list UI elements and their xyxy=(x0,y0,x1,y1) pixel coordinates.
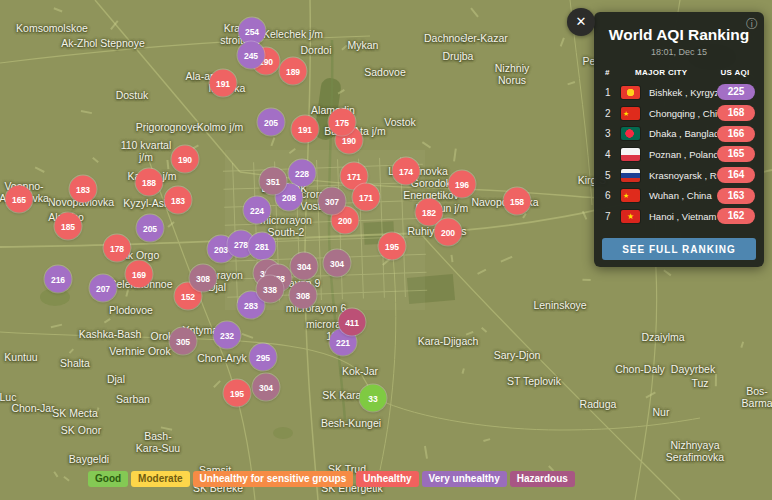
map-place-label: SK Onor xyxy=(61,424,101,436)
aqi-marker[interactable]: 195 xyxy=(379,233,406,260)
map-place-label: Besh-Kungei xyxy=(321,417,381,429)
map-place-label: Chon-Jar xyxy=(11,402,54,414)
map-place-label: Sadovoe xyxy=(364,66,405,78)
map-place-label: SK Mecta xyxy=(52,407,98,419)
panel-timestamp: 18:01, Dec 15 xyxy=(594,47,764,57)
map-place-label: Verhnie Orok xyxy=(109,345,170,357)
flag-icon-kg xyxy=(621,86,640,99)
aqi-legend: GoodModerateUnhealthy for sensitive grou… xyxy=(88,471,575,487)
city-name: Dhaka , Bangladesh xyxy=(640,128,717,139)
see-full-ranking-button[interactable]: SEE FULL RANKING xyxy=(602,238,756,260)
aqi-marker[interactable]: 191 xyxy=(292,116,319,143)
aqi-marker[interactable]: 295 xyxy=(250,344,277,371)
map-place-label: Kashka-Bash xyxy=(79,328,141,340)
flag-icon-vn xyxy=(621,210,640,223)
legend-item: Unhealthy xyxy=(356,471,418,487)
aqi-marker[interactable]: 183 xyxy=(70,176,97,203)
map-place-label: Chon-Aryk xyxy=(197,352,247,364)
map-place-label: Nizhnyaya Serafimovka xyxy=(666,439,724,463)
aqi-marker[interactable]: 169 xyxy=(126,261,153,288)
aqi-marker[interactable]: 307 xyxy=(319,188,346,215)
aqi-marker[interactable]: 245 xyxy=(238,42,265,69)
ranking-row[interactable]: 7Hanoi , Vietnam162 xyxy=(605,206,755,227)
aqi-marker[interactable]: 281 xyxy=(249,233,276,260)
map-place-label: Raduga xyxy=(580,398,617,410)
city-name: Wuhan , China xyxy=(640,190,717,201)
flag-icon-ru xyxy=(621,169,640,182)
aqi-marker[interactable]: 351 xyxy=(260,168,287,195)
ranking-row[interactable]: 1Bishkek , Kyrgyzstan225 xyxy=(605,82,755,103)
aqi-marker[interactable]: 308 xyxy=(190,265,217,292)
ranking-rows: 1Bishkek , Kyrgyzstan2252Chongqing , Chi… xyxy=(605,82,755,227)
aqi-marker[interactable]: 254 xyxy=(239,18,266,45)
map-place-label: ST Teplovik xyxy=(507,375,561,387)
aqi-marker[interactable]: 200 xyxy=(435,219,462,246)
aqi-marker[interactable]: 188 xyxy=(136,169,163,196)
ranking-row[interactable]: 3Dhaka , Bangladesh166 xyxy=(605,123,755,144)
column-major-city: MAJOR CITY xyxy=(621,68,715,77)
aqi-marker[interactable]: 304 xyxy=(291,253,318,280)
column-us-aqi: US AQI xyxy=(715,68,755,77)
aqi-marker[interactable]: 228 xyxy=(289,160,316,187)
map-place-label: Dostuk xyxy=(116,89,149,101)
aqi-marker[interactable]: 175 xyxy=(329,109,356,136)
city-name: Bishkek , Kyrgyzstan xyxy=(640,87,717,98)
aqi-badge: 162 xyxy=(717,208,755,224)
map-place-label: Bos-Barma xyxy=(742,385,772,409)
rank-number: 3 xyxy=(605,128,621,139)
aqi-marker[interactable]: 171 xyxy=(353,184,380,211)
aqi-marker[interactable]: 189 xyxy=(280,58,307,85)
close-button[interactable]: ✕ xyxy=(567,8,595,36)
aqi-marker[interactable]: 205 xyxy=(258,109,285,136)
map-place-label: Jer-Kazar xyxy=(462,32,508,44)
aqi-marker[interactable]: 304 xyxy=(253,374,280,401)
rank-number: 5 xyxy=(605,170,621,181)
column-rank: # xyxy=(605,68,621,77)
aqi-marker[interactable]: 191 xyxy=(210,70,237,97)
city-name: Hanoi , Vietnam xyxy=(640,211,717,222)
aqi-marker[interactable]: 207 xyxy=(90,275,117,302)
aqi-marker[interactable]: 190 xyxy=(172,146,199,173)
aqi-marker[interactable]: 33 xyxy=(360,385,387,412)
aqi-marker[interactable]: 183 xyxy=(165,187,192,214)
rank-number: 6 xyxy=(605,190,621,201)
map-place-label: Dzaiylma xyxy=(641,331,684,343)
city-name: Poznan , Poland xyxy=(640,149,717,160)
aqi-marker[interactable]: 196 xyxy=(449,171,476,198)
map-place-label: Shalta xyxy=(60,357,90,369)
aqi-marker[interactable]: 411 xyxy=(339,309,366,336)
aqi-marker[interactable]: 224 xyxy=(244,197,271,224)
ranking-row[interactable]: 5Krasnoyarsk , Russia164 xyxy=(605,165,755,186)
aqi-marker[interactable]: 216 xyxy=(45,266,72,293)
map-place-label: Vostok xyxy=(384,116,416,128)
ranking-row[interactable]: 2Chongqing , China168 xyxy=(605,103,755,124)
aqi-marker[interactable]: 185 xyxy=(55,213,82,240)
aqi-marker[interactable]: 232 xyxy=(214,322,241,349)
map-place-label: Leninskoye xyxy=(533,299,586,311)
legend-item: Moderate xyxy=(131,471,189,487)
app-window: KomsomolskoeAk-Zhol StepnoyeDostukPrigor… xyxy=(0,0,772,500)
ranking-row[interactable]: 6Wuhan , China163 xyxy=(605,185,755,206)
aqi-marker[interactable]: 304 xyxy=(324,250,351,277)
aqi-marker[interactable]: 178 xyxy=(104,235,131,262)
aqi-marker[interactable]: 338 xyxy=(257,276,284,303)
ranking-row[interactable]: 4Poznan , Poland165 xyxy=(605,144,755,165)
aqi-badge: 163 xyxy=(717,188,755,204)
aqi-marker[interactable]: 205 xyxy=(137,215,164,242)
aqi-badge: 164 xyxy=(717,167,755,183)
aqi-marker[interactable]: 165 xyxy=(6,186,33,213)
aqi-marker[interactable]: 174 xyxy=(393,158,420,185)
aqi-marker[interactable]: 195 xyxy=(224,380,251,407)
map-place-label: Prigorognoye xyxy=(136,121,198,133)
city-name: Chongqing , China xyxy=(640,108,717,119)
info-icon[interactable]: ⓘ xyxy=(746,16,758,33)
map-place-label: Plodovoe xyxy=(109,304,153,316)
aqi-marker[interactable]: 305 xyxy=(170,328,197,355)
map-place-label: Chon-Daly xyxy=(615,363,665,375)
flag-icon-pl xyxy=(621,148,640,161)
aqi-marker[interactable]: 308 xyxy=(290,282,317,309)
map-place-label: Nizhniy Norus xyxy=(495,62,529,86)
aqi-marker[interactable]: 158 xyxy=(504,188,531,215)
flag-icon-bd xyxy=(621,127,640,140)
city-name: Krasnoyarsk , Russia xyxy=(640,170,717,181)
